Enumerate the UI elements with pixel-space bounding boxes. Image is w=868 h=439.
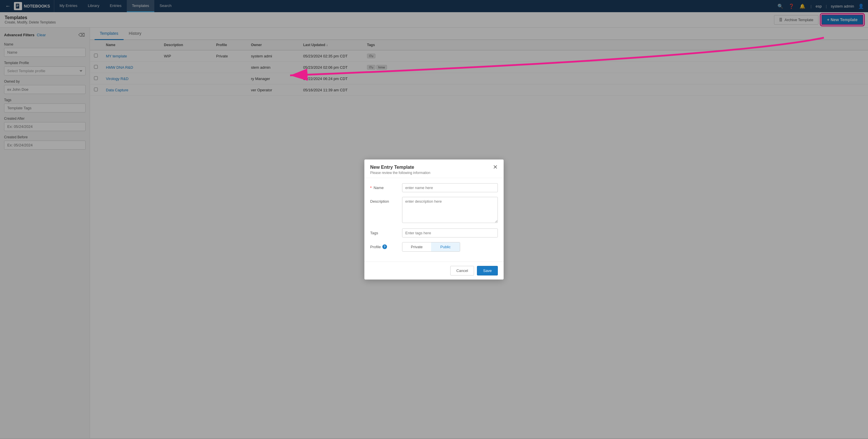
profile-toggle: Private Public	[402, 242, 460, 252]
modal-subtitle: Please review the following information	[370, 171, 498, 175]
new-template-modal: New Entry Template Please review the fol…	[364, 159, 504, 280]
modal-tags-input[interactable]	[402, 228, 498, 238]
modal-overlay[interactable]: New Entry Template Please review the fol…	[0, 0, 868, 438]
form-description-label: Description	[370, 197, 402, 203]
required-star: *	[370, 186, 372, 190]
form-row-description: Description	[370, 197, 498, 224]
modal-footer: Cancel Save	[364, 261, 504, 280]
modal-body: * Name Description Tags	[364, 178, 504, 261]
save-button[interactable]: Save	[477, 266, 498, 276]
modal-name-input[interactable]	[402, 183, 498, 192]
modal-title: New Entry Template	[370, 165, 498, 170]
form-description-wrap	[402, 197, 498, 224]
form-row-tags: Tags	[370, 228, 498, 238]
form-tags-wrap	[402, 228, 498, 238]
modal-close-button[interactable]: ✕	[491, 163, 500, 170]
profile-public-btn[interactable]: Public	[431, 242, 460, 251]
form-name-label: * Name	[370, 183, 402, 190]
form-profile-wrap: Private Public	[402, 242, 498, 252]
profile-help-icon[interactable]: ?	[382, 245, 387, 249]
form-name-wrap	[402, 183, 498, 192]
form-tags-label: Tags	[370, 228, 402, 235]
form-profile-label: Profile ?	[370, 242, 402, 249]
profile-private-btn[interactable]: Private	[402, 242, 431, 251]
form-row-profile: Profile ? Private Public	[370, 242, 498, 252]
modal-header: New Entry Template Please review the fol…	[364, 159, 504, 178]
cancel-button[interactable]: Cancel	[450, 266, 474, 276]
form-row-name: * Name	[370, 183, 498, 192]
modal-description-input[interactable]	[402, 197, 498, 223]
